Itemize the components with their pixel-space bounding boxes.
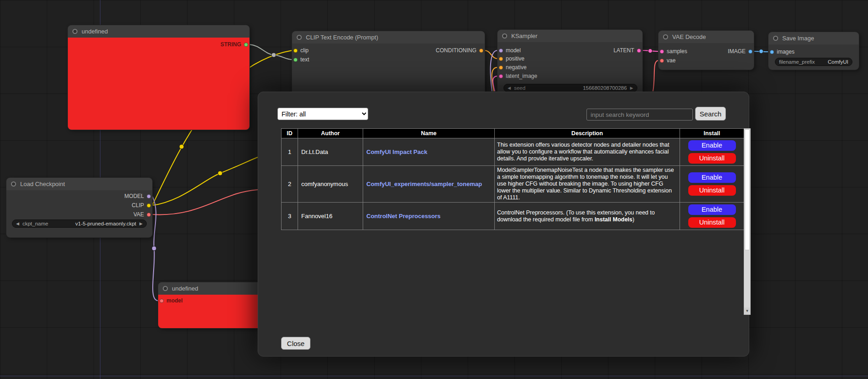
cell-name: ComfyUI_experiments/sampler_tonemap — [363, 166, 495, 203]
node-header[interactable]: CLIP Text Encode (Prompt) — [292, 31, 485, 44]
collapse-toggle-icon[interactable] — [297, 35, 302, 40]
uninstall-button[interactable]: Uninstall — [688, 153, 736, 164]
close-button[interactable]: Close — [281, 337, 310, 350]
node-undefined-top[interactable]: undefined STRING — [68, 25, 249, 130]
node-load-checkpoint[interactable]: Load Checkpoint MODEL CLIP VAE ◀ ckpt_na… — [6, 178, 152, 237]
widget-label: filename_prefix — [779, 59, 815, 65]
node-header[interactable]: VAE Decode — [658, 31, 754, 43]
extension-link[interactable]: ControlNet Preprocessors — [366, 213, 441, 220]
output-slot-image: IMAGE — [728, 48, 752, 55]
cell-install: EnableUninstall — [680, 138, 744, 166]
node-clip-text-encode[interactable]: CLIP Text Encode (Prompt) clip text COND… — [292, 31, 485, 100]
node-vae-decode[interactable]: VAE Decode samples vae IMAGE — [658, 31, 754, 70]
ckpt-name-widget[interactable]: ◀ ckpt_name v1-5-pruned-emaonly.ckpt ▶ — [12, 220, 147, 228]
output-port-conditioning[interactable] — [479, 49, 483, 53]
slot-label: positive — [506, 55, 525, 62]
enable-button[interactable]: Enable — [688, 140, 736, 151]
input-port-model[interactable] — [160, 299, 164, 303]
output-slot-latent: LATENT — [614, 47, 641, 54]
enable-button[interactable]: Enable — [688, 172, 736, 183]
cell-id: 2 — [282, 166, 298, 203]
node-body — [658, 43, 754, 70]
scrollbar-thumb[interactable] — [745, 129, 750, 250]
uninstall-button[interactable]: Uninstall — [688, 185, 736, 196]
table-header-row: ID Author Name Description Install — [282, 129, 744, 138]
scrollbar-down-arrow-icon[interactable]: ▼ — [744, 308, 750, 314]
seed-widget[interactable]: ◀ seed 156680208700286 ▶ — [503, 84, 637, 92]
install-button-group: EnableUninstall — [680, 204, 744, 228]
node-header[interactable]: undefined — [68, 25, 249, 38]
node-title: CLIP Text Encode (Prompt) — [306, 34, 378, 41]
node-header[interactable]: KSampler — [498, 30, 642, 42]
extension-table: ID Author Name Description Install 1Dr.L… — [281, 128, 744, 230]
search-button[interactable]: Search — [695, 107, 726, 121]
output-slot-vae: VAE — [133, 211, 151, 218]
collapse-toggle-icon[interactable] — [773, 36, 778, 41]
slot-label: CLIP — [132, 202, 144, 209]
widget-value: 156680208700286 — [583, 85, 627, 91]
input-port-clip[interactable] — [293, 49, 298, 53]
node-ksampler[interactable]: KSampler model positive negative latent_… — [498, 30, 642, 99]
cell-install: EnableUninstall — [680, 203, 744, 230]
collapse-toggle-icon[interactable] — [502, 33, 507, 38]
input-port-samples[interactable] — [660, 49, 664, 54]
node-header[interactable]: Load Checkpoint — [6, 178, 152, 190]
slot-label: clip — [300, 47, 309, 54]
extension-table-container: ID Author Name Description Install 1Dr.L… — [281, 128, 751, 315]
output-port-latent[interactable] — [637, 49, 641, 53]
filter-select[interactable]: Filter: all — [277, 108, 368, 120]
input-slot-samples: samples — [660, 48, 687, 55]
input-port-images[interactable] — [770, 50, 774, 54]
header-author: Author — [298, 129, 363, 138]
filename-prefix-widget[interactable]: filename_prefix ComfyUI — [775, 58, 852, 66]
extension-link[interactable]: ComfyUI Impact Pack — [366, 148, 427, 155]
decrement-arrow-icon[interactable]: ◀ — [16, 221, 19, 226]
slot-label: LATENT — [614, 47, 634, 54]
collapse-toggle-icon[interactable] — [72, 29, 77, 34]
enable-button[interactable]: Enable — [688, 204, 736, 215]
cell-description: ModelSamplerTonemapNoiseTest a node that… — [495, 166, 680, 203]
input-port-latent-image[interactable] — [499, 74, 503, 78]
output-slot-string: STRING — [221, 41, 248, 48]
output-port-model[interactable] — [147, 194, 151, 198]
output-port-image[interactable] — [748, 49, 752, 54]
input-port-negative[interactable] — [499, 66, 503, 70]
slot-label: model — [166, 297, 182, 304]
extension-link[interactable]: ComfyUI_experiments/sampler_tonemap — [366, 181, 482, 187]
increment-arrow-icon[interactable]: ▶ — [139, 221, 143, 226]
collapse-toggle-icon[interactable] — [11, 181, 16, 187]
widget-label: seed — [514, 85, 525, 91]
widget-value: v1-5-pruned-emaonly.ckpt — [75, 221, 136, 226]
extension-row: 1Dr.Lt.DataComfyUI Impact PackThis exten… — [282, 138, 744, 166]
output-port-clip[interactable] — [147, 203, 151, 208]
cell-name: ControlNet Preprocessors — [363, 203, 495, 230]
node-header[interactable]: Save Image — [768, 32, 859, 44]
input-port-model[interactable] — [499, 49, 503, 53]
slot-label: VAE — [133, 211, 144, 218]
input-port-positive[interactable] — [499, 57, 503, 61]
slot-label: text — [300, 56, 309, 63]
scrollbar-track[interactable]: ▼ — [744, 128, 751, 315]
header-name: Name — [363, 129, 495, 138]
cell-id: 1 — [282, 138, 298, 166]
output-port-string[interactable] — [244, 43, 248, 47]
cell-id: 3 — [282, 203, 298, 230]
cell-install: EnableUninstall — [680, 166, 744, 203]
widget-label: ckpt_name — [22, 221, 48, 226]
input-port-vae[interactable] — [660, 59, 664, 63]
output-port-vae[interactable] — [147, 213, 151, 217]
slot-label: negative — [506, 64, 526, 71]
node-title: undefined — [82, 28, 108, 35]
search-input[interactable] — [586, 109, 693, 121]
description-text: Install Models — [595, 216, 633, 223]
input-port-text[interactable] — [293, 58, 298, 62]
slot-label: vae — [667, 57, 675, 64]
collapse-toggle-icon[interactable] — [663, 34, 668, 39]
install-button-group: EnableUninstall — [680, 172, 744, 196]
cell-author: Fannovel16 — [298, 203, 363, 230]
collapse-toggle-icon[interactable] — [163, 286, 168, 291]
decrement-arrow-icon[interactable]: ◀ — [508, 86, 511, 90]
uninstall-button[interactable]: Uninstall — [688, 217, 736, 228]
node-save-image[interactable]: Save Image images filename_prefix ComfyU… — [768, 32, 859, 70]
increment-arrow-icon[interactable]: ▶ — [630, 86, 633, 90]
